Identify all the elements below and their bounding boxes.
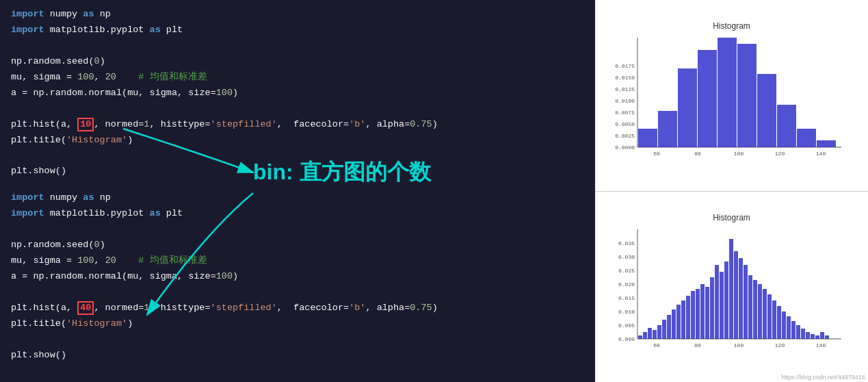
code-line: plt.show() <box>11 348 584 364</box>
svg-text:60: 60 <box>653 151 660 157</box>
svg-rect-43 <box>643 332 647 339</box>
code-line: import matplotlib.pyplot as plt <box>11 206 584 222</box>
svg-rect-22 <box>737 44 757 147</box>
svg-rect-42 <box>638 335 642 339</box>
svg-rect-17 <box>638 129 657 147</box>
svg-rect-54 <box>696 289 700 339</box>
svg-rect-56 <box>705 287 709 339</box>
bin-annotation: bin: 直方图的个数 <box>253 157 431 188</box>
code-line: import matplotlib.pyplot as plt <box>11 23 584 38</box>
svg-text:0.0150: 0.0150 <box>615 75 635 81</box>
code-line: np.random.seed(0) <box>11 54 584 70</box>
svg-text:100: 100 <box>733 151 744 157</box>
svg-rect-65 <box>748 275 752 339</box>
code-line <box>11 101 584 117</box>
svg-rect-77 <box>806 332 810 339</box>
svg-rect-19 <box>678 68 697 147</box>
code-line <box>11 285 584 301</box>
svg-rect-69 <box>767 294 772 339</box>
svg-rect-74 <box>791 321 795 339</box>
svg-rect-62 <box>734 251 738 339</box>
svg-rect-23 <box>757 74 776 147</box>
svg-rect-50 <box>676 305 681 339</box>
svg-text:80: 80 <box>694 342 701 348</box>
svg-rect-51 <box>681 301 685 339</box>
svg-rect-70 <box>772 301 776 339</box>
svg-text:80: 80 <box>694 151 701 157</box>
svg-text:0.010: 0.010 <box>618 309 634 315</box>
svg-text:0.0125: 0.0125 <box>615 86 635 92</box>
svg-text:0.020: 0.020 <box>618 281 634 288</box>
code-line: mu, sigma = 100, 20 # 均值和标准差 <box>11 253 584 269</box>
code-line: plt.title('Histogram') <box>11 316 584 332</box>
svg-text:140: 140 <box>815 151 826 157</box>
code-line: a = np.random.normal(mu, sigma, size=100… <box>11 269 584 285</box>
svg-rect-80 <box>820 332 824 339</box>
code-line: mu, sigma = 100, 20 # 均值和标准差 <box>11 70 584 86</box>
code-line: a = np.random.normal(mu, sigma, size=100… <box>11 86 584 101</box>
chart-2-svg: 0.000 0.005 0.010 0.015 0.020 0.025 0.03… <box>609 224 855 361</box>
svg-rect-55 <box>700 284 705 339</box>
svg-rect-78 <box>811 334 815 339</box>
svg-rect-66 <box>753 280 757 339</box>
svg-text:0.0175: 0.0175 <box>615 63 635 69</box>
svg-rect-75 <box>796 325 800 339</box>
svg-rect-47 <box>662 320 666 339</box>
svg-rect-26 <box>817 140 836 147</box>
chart-1-area: 0.0000 0.0025 0.0050 0.0075 0.0100 0.012… <box>609 32 855 169</box>
svg-rect-46 <box>657 325 661 339</box>
svg-text:0.0075: 0.0075 <box>615 110 635 116</box>
code-line <box>11 332 584 348</box>
svg-text:120: 120 <box>774 342 785 348</box>
code-line: np.random.seed(0) <box>11 238 584 253</box>
svg-rect-18 <box>658 111 677 147</box>
code-line: plt.hist(a, 10, normed=1, histtype='step… <box>11 117 584 133</box>
svg-text:0.005: 0.005 <box>618 322 634 329</box>
svg-rect-53 <box>691 291 695 339</box>
svg-rect-81 <box>825 335 829 339</box>
svg-rect-45 <box>653 330 657 339</box>
svg-rect-20 <box>698 50 717 147</box>
code-line <box>11 222 584 238</box>
svg-rect-76 <box>801 329 805 339</box>
svg-rect-67 <box>758 284 762 339</box>
svg-text:100: 100 <box>733 342 744 348</box>
svg-rect-68 <box>763 289 767 339</box>
svg-rect-71 <box>777 306 781 339</box>
svg-rect-21 <box>718 38 737 147</box>
svg-rect-79 <box>815 335 819 339</box>
svg-text:0.000: 0.000 <box>618 336 634 342</box>
code-line: plt.title('Histogram') <box>11 133 584 149</box>
right-panel: Histogram 0.0000 0.0025 0.0050 0.0075 0.… <box>595 0 868 382</box>
chart-1-container: Histogram 0.0000 0.0025 0.0050 0.0075 0.… <box>595 0 868 191</box>
svg-text:0.035: 0.035 <box>618 240 634 246</box>
code-line: import numpy as np <box>11 7 584 23</box>
svg-rect-63 <box>739 258 743 339</box>
svg-rect-44 <box>648 328 652 339</box>
svg-rect-52 <box>686 296 690 339</box>
svg-rect-57 <box>710 277 714 339</box>
svg-rect-61 <box>729 239 733 339</box>
svg-rect-25 <box>797 129 816 147</box>
code-line: import numpy as np <box>11 190 584 206</box>
watermark: https://blog.csdn.net/44979416 <box>781 374 865 381</box>
chart-1-svg: 0.0000 0.0025 0.0050 0.0075 0.0100 0.012… <box>609 32 855 169</box>
svg-rect-24 <box>777 105 796 147</box>
code-line: plt.hist(a, 40, normed=1, histtype='step… <box>11 301 584 316</box>
svg-text:0.015: 0.015 <box>618 295 634 301</box>
svg-text:0.030: 0.030 <box>618 254 634 260</box>
svg-rect-48 <box>667 315 671 339</box>
svg-text:0.0000: 0.0000 <box>615 144 635 151</box>
svg-rect-72 <box>782 311 786 339</box>
chart-2-title: Histogram <box>713 213 750 222</box>
chart-2-container: Histogram 0.000 0.005 0.010 0.015 0.020 … <box>595 192 868 383</box>
chart-2-area: 0.000 0.005 0.010 0.015 0.020 0.025 0.03… <box>609 224 855 361</box>
svg-rect-73 <box>787 316 791 339</box>
svg-rect-49 <box>672 309 676 339</box>
svg-text:0.0100: 0.0100 <box>615 98 635 104</box>
svg-rect-64 <box>744 265 748 339</box>
svg-text:0.0025: 0.0025 <box>615 133 635 139</box>
svg-text:0.025: 0.025 <box>618 268 634 274</box>
chart-1-title: Histogram <box>713 21 750 31</box>
svg-rect-60 <box>724 262 728 339</box>
